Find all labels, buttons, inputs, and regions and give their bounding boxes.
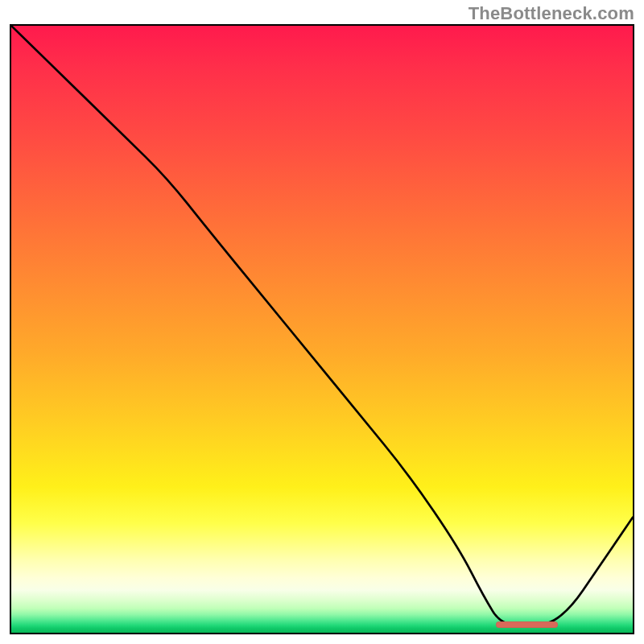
watermark-text: TheBottleneck.com — [469, 3, 634, 24]
chart-canvas: TheBottleneck.com — [0, 0, 644, 644]
optimal-range-marker — [496, 621, 558, 628]
bottleneck-curve — [11, 26, 633, 626]
bottleneck-curve-svg — [11, 26, 633, 633]
plot-frame — [10, 24, 634, 634]
